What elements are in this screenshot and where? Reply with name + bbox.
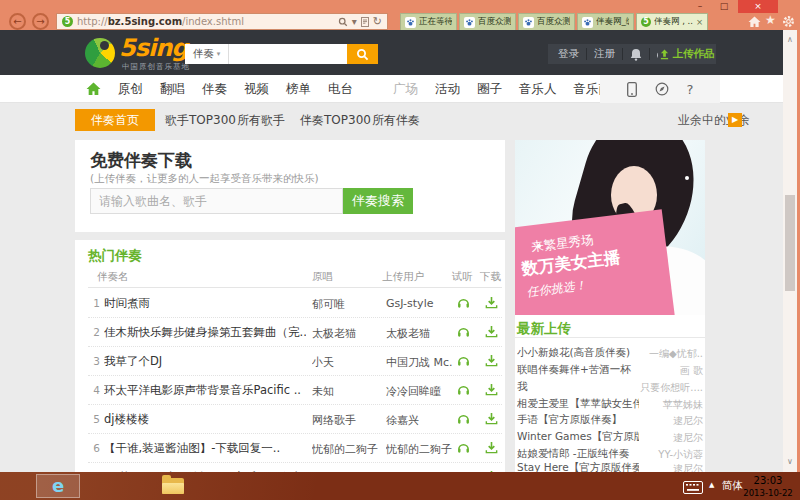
refresh-icon[interactable]: ↻: [373, 15, 382, 28]
5sing-logo-icon[interactable]: [85, 38, 115, 68]
download-icon[interactable]: [484, 440, 500, 456]
list-item[interactable]: 相爱主爱里【苹苹缺女生伴..苹苹姊妹: [515, 397, 705, 411]
list-item[interactable]: 姑娘爱情郎 -正版纯伴奏YY-小访蓉: [515, 447, 705, 461]
help-icon[interactable]: ?: [687, 82, 694, 97]
list-item[interactable]: 联唱伴奏舞伴+苦酒一杯画 歌: [515, 363, 705, 377]
subnav-arrow-icon[interactable]: ▶: [728, 113, 742, 127]
scroll-down-button[interactable]: ∨: [783, 455, 797, 469]
compass-icon[interactable]: [655, 82, 669, 96]
ad-banner[interactable]: 来繁星秀场 数万美女主播 任你挑选！: [515, 140, 705, 315]
nav-item[interactable]: 翻唱: [160, 81, 185, 98]
maximize-button[interactable]: □: [714, 0, 734, 13]
subnav-tab[interactable]: 歌手TOP300: [165, 109, 236, 131]
listen-icon[interactable]: [456, 324, 472, 340]
listen-icon[interactable]: [456, 411, 472, 427]
subnav-tab[interactable]: 所有伴奏: [372, 109, 420, 131]
download-icon[interactable]: [484, 353, 500, 369]
row-number: 6: [88, 442, 100, 454]
minimize-button[interactable]: –: [690, 0, 710, 13]
header-search-input[interactable]: [229, 44, 347, 64]
song-link[interactable]: 佳木斯快乐舞步健身操第五套舞曲（完..: [104, 325, 306, 340]
nav-item[interactable]: 电台: [328, 81, 353, 98]
search-icon[interactable]: [338, 17, 348, 27]
close-button[interactable]: ×: [738, 0, 778, 13]
bell-icon[interactable]: [630, 48, 642, 61]
nav-item[interactable]: 活动: [435, 81, 460, 98]
ie-taskbar-button[interactable]: e: [36, 474, 80, 498]
singer: 郁可唯: [312, 297, 382, 312]
nav-item[interactable]: 伴奏: [202, 81, 227, 98]
song-link[interactable]: 【干谁,装逼酱油图】-下载回复一..: [104, 441, 306, 456]
address-bar[interactable]: 5 http://bz.5sing.com/index.shtml ▾ ↻: [56, 13, 388, 30]
nav-item[interactable]: 榜单: [286, 81, 311, 98]
accompaniment-search-button[interactable]: 伴奏搜索: [343, 188, 413, 214]
download-icon[interactable]: [484, 295, 500, 311]
upload-button[interactable]: 上传作品: [658, 44, 716, 64]
song-link[interactable]: dj楼楼楼: [104, 412, 306, 427]
tray-clock[interactable]: 23:03 2013-10-22: [738, 475, 798, 498]
song-link[interactable]: 我草了个DJ: [104, 354, 306, 369]
scroll-up-button[interactable]: ∧: [783, 33, 797, 47]
uploader-link[interactable]: 徐嘉兴: [386, 413, 452, 428]
download-icon[interactable]: [484, 324, 500, 340]
uploader-link[interactable]: 太极老猫: [386, 326, 452, 341]
song-link[interactable]: 时间煮雨: [104, 296, 306, 311]
nav-item[interactable]: 广场: [393, 81, 418, 98]
tab[interactable]: 正在等待 bai...: [400, 13, 457, 30]
song-link[interactable]: 环太平洋电影原声带背景音乐Pacific ..: [104, 383, 306, 398]
compat-view-icon[interactable]: [361, 17, 369, 27]
tab[interactable]: 伴奏网_编辑...: [577, 13, 634, 30]
tab-label: 百度众测平...: [537, 16, 570, 28]
tab[interactable]: 百度众测平...: [459, 13, 516, 30]
header-search-button[interactable]: [347, 44, 378, 64]
download-icon[interactable]: [484, 382, 500, 398]
uploader-link[interactable]: GsJ-style: [386, 297, 452, 310]
subnav-tab[interactable]: 伴奏TOP300: [300, 109, 371, 131]
forward-button[interactable]: →: [32, 13, 49, 30]
table-row: 1 时间煮雨 郁可唯 GsJ-style: [88, 289, 502, 318]
browser-home-icon[interactable]: [748, 16, 761, 28]
listen-icon[interactable]: [456, 353, 472, 369]
register-link[interactable]: 注册: [594, 47, 615, 61]
tray-time: 23:03: [738, 475, 798, 488]
favorites-star-icon[interactable]: ★: [765, 13, 776, 27]
listen-icon[interactable]: [456, 382, 472, 398]
accompaniment-search-input[interactable]: [90, 188, 343, 214]
back-button[interactable]: ←: [9, 13, 26, 30]
list-item[interactable]: 小小新娘花(高音质伴奏)一编◆忧郁..: [515, 346, 705, 360]
nav-home-icon[interactable]: [86, 82, 101, 96]
tab-close-icon[interactable]: ×: [696, 17, 703, 27]
keyboard-icon[interactable]: [683, 479, 703, 498]
subnav-tab[interactable]: 所有歌手: [237, 109, 285, 131]
singer: 小天: [312, 355, 382, 370]
list-item[interactable]: Winter Games【官方原版伴..逮尼尔: [515, 430, 705, 444]
uploader-link[interactable]: 中国刀战 Mc..: [386, 355, 452, 370]
tab-active[interactable]: 5 伴奏网 , ... ×: [636, 13, 708, 30]
nav-item[interactable]: 圈子: [477, 81, 502, 98]
mobile-phone-icon[interactable]: [627, 82, 637, 97]
explorer-taskbar-button[interactable]: [162, 478, 184, 494]
nav-item[interactable]: 原创: [118, 81, 143, 98]
list-item[interactable]: 手语【官方原版伴奏】逮尼尔: [515, 413, 705, 427]
table-row: 3 我草了个DJ 小天 中国刀战 Mc..: [88, 347, 502, 376]
login-link[interactable]: 登录: [548, 47, 579, 61]
list-item[interactable]: 我只要你想听....: [515, 380, 705, 394]
tools-gear-icon[interactable]: [782, 15, 795, 28]
tray-expand-button[interactable]: ▲: [709, 481, 714, 489]
uploader-link[interactable]: 忧郁的二狗子: [386, 442, 452, 457]
listen-icon[interactable]: [456, 295, 472, 311]
site-logo[interactable]: 5sing: [119, 34, 187, 62]
uploader-link[interactable]: 冷冷回眸瞳: [386, 384, 452, 399]
download-icon[interactable]: [484, 411, 500, 427]
caret-down-icon[interactable]: ▾: [352, 16, 357, 27]
folder-icon: [162, 478, 184, 494]
nav-item[interactable]: 音乐人: [519, 81, 557, 98]
listen-icon[interactable]: [456, 440, 472, 456]
tab[interactable]: 百度众测平...: [518, 13, 575, 30]
scroll-thumb[interactable]: [785, 195, 795, 291]
singer: 未知: [312, 384, 382, 399]
latest-title: 最新上传: [517, 320, 571, 338]
subnav-tab-active[interactable]: 伴奏首页: [75, 109, 155, 131]
nav-item[interactable]: 视频: [244, 81, 269, 98]
search-category-select[interactable]: 伴奏▾: [185, 44, 229, 64]
